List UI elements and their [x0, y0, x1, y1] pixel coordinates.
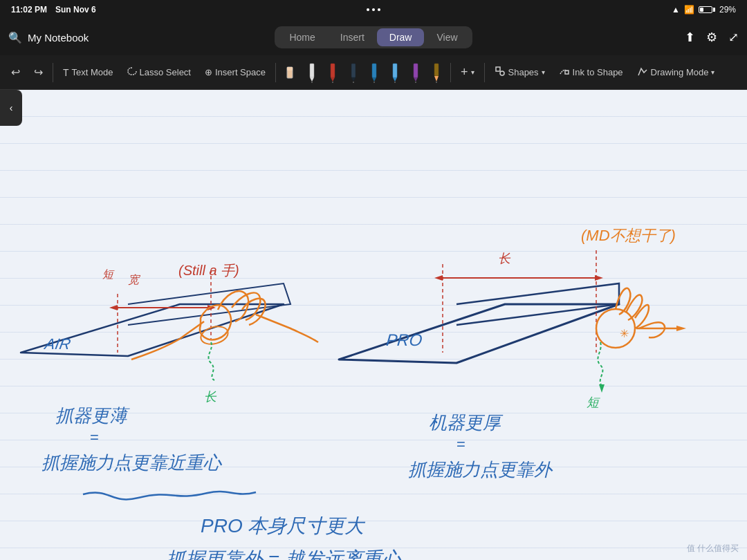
pen-blue[interactable] [365, 60, 384, 85]
date: Sun Nov 6 [55, 5, 96, 15]
divider-3 [450, 63, 451, 82]
text-mode-label: Text Mode [72, 67, 113, 77]
svg-marker-9 [351, 77, 356, 82]
signal-icon: ▲ [672, 5, 680, 15]
svg-rect-23 [496, 67, 500, 71]
status-left: 11:02 PM Sun Nov 6 [11, 5, 96, 15]
battery-indicator [699, 6, 715, 13]
svg-rect-1 [287, 67, 293, 71]
collapse-button[interactable]: ⤢ [728, 30, 739, 45]
pen-dark[interactable] [344, 60, 363, 85]
redo-icon: ↪ [34, 66, 43, 79]
pen-tools [302, 60, 446, 85]
divider-2 [275, 63, 276, 82]
tab-home[interactable]: Home [277, 28, 327, 46]
divider-4 [484, 63, 485, 82]
tab-view[interactable]: View [424, 28, 470, 46]
pen-pencil[interactable] [427, 60, 446, 85]
status-right: ▲ 📶 29% [672, 5, 736, 15]
svg-rect-20 [434, 64, 439, 76]
svg-text:短: 短 [102, 268, 115, 280]
insert-space-label: Insert Space [215, 67, 266, 77]
drawing-canvas: AIR 宽 (Still a 手) 短 [0, 90, 747, 560]
sidebar-toggle-button[interactable]: ‹ [0, 90, 22, 126]
lasso-select-button[interactable]: Lasso Select [122, 64, 196, 81]
tab-insert[interactable]: Insert [328, 28, 377, 46]
lasso-select-label: Lasso Select [140, 67, 191, 77]
annotations-right: 长 (MD不想干了) [434, 227, 676, 353]
svg-marker-29 [109, 305, 118, 310]
text-mode-button[interactable]: T Text Mode [57, 64, 119, 81]
svg-text:(MD不想干了): (MD不想干了) [581, 227, 676, 244]
svg-text:长: 长 [498, 252, 511, 265]
top-nav: 🔍 My Notebook Home Insert Draw View ⬆ ⚙ … [0, 19, 747, 55]
svg-text:抓握施力点更靠外: 抓握施力点更靠外 [408, 459, 553, 480]
battery-percent: 29% [719, 5, 736, 15]
add-button[interactable]: + ▾ [455, 62, 480, 82]
canvas-area[interactable]: AIR 宽 (Still a 手) 短 [0, 90, 747, 560]
device-pro: PRO [339, 283, 619, 363]
svg-text:长: 长 [204, 390, 217, 404]
svg-text:✳: ✳ [620, 328, 629, 339]
pen-lightblue[interactable] [385, 60, 405, 85]
redo-button[interactable]: ↪ [28, 63, 48, 82]
svg-rect-8 [351, 64, 356, 77]
ink-to-shape-button[interactable]: Ink to Shape [553, 63, 629, 82]
insert-space-button[interactable]: ⊕ Insert Space [199, 64, 271, 80]
share-button[interactable]: ⬆ [685, 30, 695, 45]
svg-text:AIR: AIR [42, 335, 72, 353]
nav-left: 🔍 My Notebook [8, 31, 275, 44]
svg-text:PRO: PRO [385, 330, 423, 349]
svg-text:抓握更靠外 = 越发远离重心: 抓握更靠外 = 越发远离重心 [166, 548, 403, 560]
text-mode-icon: T [63, 67, 69, 78]
eraser-tool[interactable] [280, 60, 299, 85]
svg-rect-2 [310, 64, 314, 77]
watermark: 值 什么值得买 [687, 543, 739, 554]
shapes-icon [495, 66, 506, 79]
text-bottom: PRO 本身尺寸更大 抓握更靠外 = 越发远离重心 （同时它还更重） [166, 515, 403, 560]
svg-text:抓器更薄: 抓器更薄 [55, 405, 130, 426]
svg-marker-15 [393, 77, 397, 82]
svg-text:=: = [456, 436, 465, 453]
insert-space-icon: ⊕ [205, 67, 212, 77]
drawing-mode-dropdown-icon: ▾ [711, 68, 714, 76]
green-annotations-right: 短 [587, 342, 605, 409]
svg-marker-12 [372, 77, 376, 82]
undo-button[interactable]: ↩ [6, 63, 26, 82]
shapes-dropdown-icon: ▾ [542, 68, 545, 76]
divider-1 [53, 63, 53, 82]
drawing-mode-button[interactable]: Drawing Mode ▾ [631, 63, 721, 82]
white-pen[interactable] [302, 60, 322, 85]
nav-tabs: Home Insert Draw View [275, 26, 472, 48]
undo-icon: ↩ [11, 66, 20, 79]
time: 11:02 PM [11, 5, 47, 15]
pen-purple[interactable] [406, 60, 425, 85]
wifi-icon: 📶 [684, 5, 694, 15]
ink-to-shape-label: Ink to Shape [573, 67, 623, 77]
svg-rect-11 [372, 64, 376, 77]
tab-draw[interactable]: Draw [377, 28, 425, 46]
device-air: AIR [21, 283, 290, 356]
notebook-title: My Notebook [28, 32, 89, 44]
toolbar: ↩ ↪ T Text Mode Lasso Select ⊕ Insert Sp… [0, 55, 747, 90]
text-right: 机器更厚 = 抓握施力点更靠外 [408, 412, 553, 480]
svg-marker-21 [434, 76, 439, 82]
svg-text:短: 短 [587, 395, 600, 409]
ink-to-shape-icon [559, 66, 570, 79]
search-icon[interactable]: 🔍 [8, 31, 22, 44]
drawing-mode-label: Drawing Mode [651, 67, 709, 77]
svg-point-48 [596, 309, 635, 348]
shapes-button[interactable]: Shapes ▾ [489, 63, 551, 82]
svg-rect-5 [331, 64, 335, 77]
settings-button[interactable]: ⚙ [706, 30, 717, 45]
shapes-label: Shapes [508, 67, 539, 77]
add-dropdown-icon: ▾ [471, 68, 474, 76]
svg-marker-18 [414, 77, 418, 82]
pen-red[interactable] [323, 60, 342, 85]
status-dots [367, 8, 380, 11]
svg-rect-25 [565, 71, 569, 74]
svg-text:(Still a 手): (Still a 手) [178, 263, 239, 278]
green-annotations-left: 长 [204, 342, 217, 404]
lasso-icon [127, 66, 137, 78]
add-label: + [461, 65, 468, 80]
